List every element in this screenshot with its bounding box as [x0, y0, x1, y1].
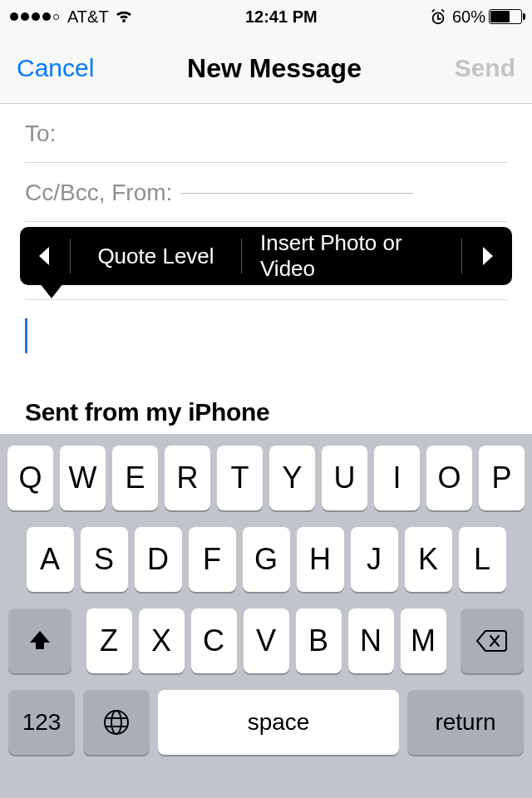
battery-indicator: 60% — [452, 7, 522, 27]
wifi-icon — [114, 9, 134, 24]
status-bar: AT&T 12:41 PM 60% — [0, 0, 532, 33]
key-o[interactable]: O — [426, 446, 472, 510]
key-c[interactable]: C — [191, 608, 237, 673]
keyboard: Q W E R T Y U I O P A S D F G H J K L Z … — [0, 434, 532, 798]
svg-point-0 — [105, 711, 128, 734]
text-cursor — [25, 318, 27, 353]
cancel-button[interactable]: Cancel — [17, 54, 94, 82]
key-r[interactable]: R — [165, 446, 210, 510]
key-j[interactable]: J — [351, 527, 398, 592]
insert-photo-video-button[interactable]: Insert Photo or Video — [242, 227, 461, 285]
key-a[interactable]: A — [27, 527, 74, 592]
key-h[interactable]: H — [297, 527, 344, 592]
key-space[interactable]: space — [158, 690, 399, 755]
send-button[interactable]: Send — [455, 54, 515, 82]
keyboard-row-2: A S D F G H J K L — [5, 527, 527, 592]
signature-text: Sent from my iPhone — [25, 398, 507, 426]
popover-prev-button[interactable] — [20, 227, 70, 285]
key-i[interactable]: I — [374, 446, 420, 510]
popover-caret-icon — [40, 283, 63, 298]
battery-percent: 60% — [452, 7, 485, 27]
key-q[interactable]: Q — [7, 446, 53, 510]
triangle-right-icon — [479, 245, 495, 267]
status-left: AT&T — [10, 7, 134, 27]
keyboard-row-4: 123 space return — [5, 690, 527, 755]
clock-label: 12:41 PM — [245, 7, 318, 27]
key-v[interactable]: V — [244, 608, 289, 673]
nav-bar: Cancel New Message Send — [0, 33, 532, 104]
key-x[interactable]: X — [139, 608, 185, 673]
shift-icon — [27, 628, 53, 654]
from-underline — [180, 193, 413, 194]
popover-next-button[interactable] — [462, 227, 512, 285]
status-right: 60% — [429, 7, 522, 27]
key-p[interactable]: P — [479, 446, 525, 510]
page-title: New Message — [187, 53, 362, 84]
compose-form: To: Cc/Bcc, From: Quote Level Insert Pho… — [0, 104, 532, 426]
globe-icon — [102, 708, 131, 736]
key-backspace[interactable] — [461, 608, 524, 673]
key-z[interactable]: Z — [86, 608, 132, 673]
signal-dots-icon — [10, 12, 59, 21]
key-s[interactable]: S — [81, 527, 128, 592]
to-label: To: — [25, 121, 56, 147]
quote-level-button[interactable]: Quote Level — [71, 227, 241, 285]
battery-icon — [489, 9, 522, 24]
key-w[interactable]: W — [60, 446, 106, 510]
cc-bcc-from-label: Cc/Bcc, From: — [25, 180, 172, 206]
key-t[interactable]: T — [217, 446, 263, 510]
key-return[interactable]: return — [407, 690, 524, 755]
alarm-icon — [429, 7, 447, 26]
carrier-label: AT&T — [67, 7, 109, 27]
edit-popover: Quote Level Insert Photo or Video — [20, 227, 512, 285]
key-l[interactable]: L — [459, 527, 506, 592]
key-g[interactable]: G — [243, 527, 290, 592]
key-k[interactable]: K — [405, 527, 452, 592]
key-m[interactable]: M — [401, 608, 446, 673]
key-y[interactable]: Y — [269, 446, 315, 510]
subject-field[interactable]: Quote Level Insert Photo or Video — [25, 222, 507, 300]
key-numbers[interactable]: 123 — [8, 690, 75, 755]
to-field[interactable]: To: — [25, 104, 507, 163]
key-d[interactable]: D — [135, 527, 182, 592]
keyboard-row-1: Q W E R T Y U I O P — [5, 446, 527, 510]
key-globe[interactable] — [83, 690, 150, 755]
key-f[interactable]: F — [189, 527, 236, 592]
key-n[interactable]: N — [348, 608, 394, 673]
key-e[interactable]: E — [112, 446, 158, 510]
backspace-icon — [475, 628, 509, 653]
key-shift[interactable] — [8, 608, 71, 673]
key-b[interactable]: B — [296, 608, 342, 673]
keyboard-row-3: Z X C V B N M — [5, 608, 527, 673]
cc-bcc-from-field[interactable]: Cc/Bcc, From: — [25, 163, 507, 222]
key-u[interactable]: U — [322, 446, 367, 510]
message-body-input[interactable]: Sent from my iPhone — [25, 300, 507, 426]
triangle-left-icon — [37, 245, 53, 267]
svg-point-1 — [111, 711, 121, 734]
